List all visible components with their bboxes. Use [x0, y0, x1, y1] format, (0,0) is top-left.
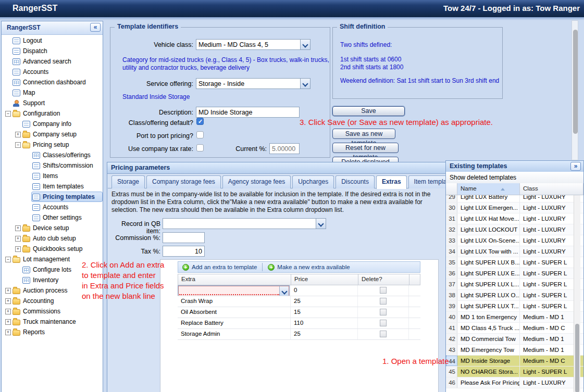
- sidebar-item-logout[interactable]: Logout: [2, 35, 103, 46]
- tab-agency-storage-fees[interactable]: Agency storage fees: [222, 175, 291, 188]
- sidebar-collapse-button[interactable]: «: [90, 23, 101, 32]
- template-name-cell[interactable]: Please Ask For Pricing: [457, 377, 520, 388]
- sidebar-item-pricing-templates[interactable]: Pricing templates: [2, 192, 103, 202]
- plus-toggle-icon[interactable]: [5, 296, 11, 306]
- chevron-down-icon[interactable]: [300, 40, 310, 49]
- templates-col-class[interactable]: Class: [520, 183, 583, 195]
- template-row-31[interactable]: 31Light LUX Hat Move...Light - LUXURY: [446, 213, 583, 224]
- sidebar-item-accounts[interactable]: Accounts: [2, 67, 103, 77]
- template-row-35[interactable]: 35Light SUPER LUX B...Light - SUPER L: [446, 257, 583, 268]
- template-row-40[interactable]: 40MD 1 ton EmergencyMedium - MD 1: [446, 312, 583, 323]
- extras-col-extra[interactable]: Extra: [178, 274, 291, 285]
- template-name-cell[interactable]: MD Inside Storage: [457, 356, 520, 366]
- sidebar-item-company-info[interactable]: Company info: [2, 119, 103, 129]
- template-row-42[interactable]: 42MD Commercial TowMedium - MD 1: [446, 334, 583, 345]
- template-name-cell[interactable]: Light LUX LOCKOUT: [457, 224, 520, 235]
- sidebar-item-dispatch[interactable]: Dispatch: [2, 46, 103, 56]
- plus-toggle-icon[interactable]: [5, 285, 11, 296]
- template-row-39[interactable]: 39Light SUPER LUX T...Light - SUPER L: [446, 301, 583, 312]
- show-deleted-templates-button[interactable]: Show deleted templates: [446, 172, 583, 184]
- template-row-33[interactable]: 33Light LUX On-Scene...Light - LUXURY: [446, 235, 583, 246]
- extra-combobox-editing[interactable]: [178, 286, 289, 296]
- extra-cell[interactable]: Oil Absorbent: [178, 307, 291, 318]
- class-offering-default-checkbox[interactable]: [196, 118, 204, 125]
- sidebar-item-item-templates[interactable]: Item templates: [2, 181, 103, 192]
- sidebar-item-device-setup[interactable]: Device setup: [2, 223, 103, 233]
- plus-toggle-icon[interactable]: [15, 244, 21, 254]
- record-qb-select[interactable]: [163, 218, 326, 229]
- plus-toggle-icon[interactable]: [5, 306, 11, 317]
- template-name-cell[interactable]: Light LUX Battery: [457, 195, 520, 202]
- delete-checkbox[interactable]: [380, 298, 387, 305]
- template-row-43[interactable]: 43MD Emergency TowMedium - MD 1: [446, 345, 583, 356]
- description-input[interactable]: MD Inside Storage: [196, 107, 300, 118]
- plus-toggle-icon[interactable]: [15, 233, 21, 244]
- tab-discounts[interactable]: Discounts: [336, 175, 375, 188]
- main-scrollbar-thumb[interactable]: [573, 30, 578, 134]
- extra-cell[interactable]: [178, 285, 291, 296]
- tab-company-storage-fees[interactable]: Company storage fees: [146, 175, 221, 188]
- extra-cell[interactable]: Storage Admin: [178, 329, 291, 339]
- extra-cell[interactable]: Replace Battery: [178, 318, 291, 328]
- save-as-new-template-button[interactable]: Save as new template: [332, 129, 395, 139]
- add-extra-button[interactable]: + Add an extra to template: [178, 262, 261, 272]
- sidebar-item-map[interactable]: Map: [2, 87, 103, 98]
- template-name-cell[interactable]: Light SUPER LUX T...: [457, 301, 520, 311]
- plus-toggle-icon[interactable]: [5, 317, 11, 327]
- sidebar-item-configuration[interactable]: Configuration: [2, 108, 103, 119]
- sidebar-item-reports[interactable]: Reports: [2, 327, 103, 337]
- template-row-45[interactable]: 45NO CHARGE Stora...Light - SUPER L: [446, 366, 583, 377]
- delete-checkbox[interactable]: [380, 320, 387, 326]
- tax-input[interactable]: 10: [163, 246, 205, 257]
- template-name-cell[interactable]: Light LUX On-Scene...: [457, 235, 520, 246]
- sidebar-item-commissions[interactable]: Commissions: [2, 306, 103, 317]
- extras-col-delete[interactable]: Delete?: [358, 274, 409, 285]
- price-cell[interactable]: 25: [291, 296, 358, 307]
- price-cell[interactable]: 15: [291, 307, 358, 318]
- sidebar-item-items[interactable]: Items: [2, 171, 103, 181]
- template-name-cell[interactable]: Light SUPER LUX L...: [457, 279, 520, 289]
- chevron-down-icon[interactable]: [279, 286, 289, 296]
- templates-scrollbar[interactable]: [574, 195, 580, 392]
- template-name-cell[interactable]: MD Emergency Tow: [457, 345, 520, 355]
- sidebar-item-support[interactable]: Support: [2, 98, 103, 108]
- delete-checkbox[interactable]: [380, 331, 387, 337]
- template-name-cell[interactable]: Light SUPER LUX O...: [457, 290, 520, 300]
- sidebar-item-company-setup[interactable]: Company setup: [2, 129, 103, 140]
- plus-toggle-icon[interactable]: [5, 327, 11, 337]
- template-row-46[interactable]: 46Please Ask For PricingLight - LUXURY: [446, 377, 583, 388]
- template-name-cell[interactable]: Light LUX Hat Move...: [457, 213, 520, 224]
- sidebar-item-accounts[interactable]: Accounts: [2, 202, 103, 212]
- sidebar-item-auto-club-setup[interactable]: Auto club setup: [2, 233, 103, 244]
- sidebar-item-pricing-setup[interactable]: Pricing setup: [2, 140, 103, 150]
- template-name-cell[interactable]: Light LUX Tow with ...: [457, 246, 520, 257]
- sidebar-item-classes-offerings[interactable]: Classes/offerings: [2, 150, 103, 160]
- commission-input[interactable]: [163, 232, 205, 243]
- template-row-30[interactable]: 30Light LUX Emergen...Light - LUXURY: [446, 203, 583, 213]
- sidebar-item-advanced-search[interactable]: Advanced search: [2, 56, 103, 67]
- templates-col-name[interactable]: Name: [457, 183, 520, 195]
- delete-checkbox[interactable]: [380, 309, 387, 315]
- price-cell[interactable]: 0: [291, 285, 358, 296]
- plus-toggle-icon[interactable]: [15, 223, 21, 233]
- extras-col-price[interactable]: Price: [291, 274, 358, 285]
- sidebar-item-connection-dashboard[interactable]: Connection dashboard: [2, 77, 103, 87]
- template-row-36[interactable]: 36Light SUPER LUX E...Light - SUPER L: [446, 268, 583, 279]
- template-name-cell[interactable]: Light LUX Emergen...: [457, 203, 520, 213]
- template-row-32[interactable]: 32Light LUX LOCKOUTLight - LUXURY: [446, 224, 583, 235]
- chevron-down-icon[interactable]: [316, 219, 326, 229]
- panel-expand-button[interactable]: »: [570, 162, 581, 171]
- sidebar-item-other-settings[interactable]: Other settings: [2, 212, 103, 223]
- template-name-cell[interactable]: Light SUPER LUX E...: [457, 268, 520, 279]
- template-name-cell[interactable]: MD Commercial Tow: [457, 334, 520, 344]
- service-offering-select[interactable]: Storage - Inside: [196, 78, 310, 89]
- template-row-38[interactable]: 38Light SUPER LUX O...Light - SUPER L: [446, 290, 583, 301]
- template-name-cell[interactable]: NO CHARGE Stora...: [457, 366, 520, 377]
- templates-scrollbar-thumb[interactable]: [575, 324, 579, 392]
- reset-for-new-template-button[interactable]: Reset for new template: [332, 143, 399, 153]
- template-name-cell[interactable]: MD 1 ton Emergency: [457, 312, 520, 322]
- price-cell[interactable]: 110: [291, 318, 358, 328]
- make-new-extra-button[interactable]: + Make a new extra available: [264, 262, 354, 272]
- template-name-cell[interactable]: MD Class 4,5 Truck ...: [457, 323, 520, 333]
- tab-upcharges[interactable]: Upcharges: [292, 175, 334, 188]
